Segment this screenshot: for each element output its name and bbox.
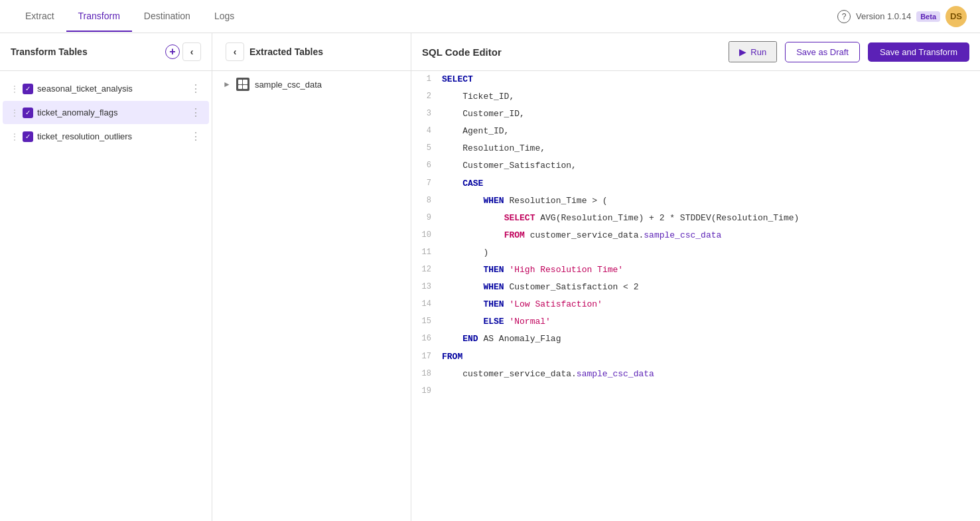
- code-row-17: 17 FROM: [411, 348, 980, 366]
- line-num-11: 11: [411, 244, 439, 261]
- code-row-7: 7 CASE: [411, 175, 980, 192]
- version-info: Version 1.0.14: [856, 11, 911, 21]
- code-line-16: END AS Anomaly_Flag: [439, 331, 980, 348]
- code-row-12: 12 THEN 'High Resolution Time': [411, 261, 980, 279]
- middle-panel: ‹ Extracted Tables ► sample_csc_data: [212, 33, 411, 521]
- code-line-8: WHEN Resolution_Time > (: [439, 192, 980, 210]
- line-num-13: 13: [411, 279, 439, 296]
- line-num-8: 8: [411, 192, 439, 210]
- code-line-3: Customer_ID,: [439, 106, 980, 123]
- sql-editor[interactable]: 1 SELECT 2 Ticket_ID, 3 Customer_ID, 4 A…: [411, 71, 980, 521]
- top-nav: Extract Transform Destination Logs ? Ver…: [0, 0, 980, 33]
- code-row-2: 2 Ticket_ID,: [411, 88, 980, 106]
- code-row-4: 4 Agent_ID,: [411, 123, 980, 140]
- left-panel: Transform Tables + ‹ ⋮ seasonal_ticket_a…: [0, 33, 212, 521]
- code-line-13: WHEN Customer_Satisfaction < 2: [439, 279, 980, 296]
- tab-destination[interactable]: Destination: [132, 1, 202, 32]
- code-line-11: ): [439, 244, 980, 261]
- line-num-12: 12: [411, 261, 439, 279]
- code-line-10: FROM customer_service_data.sample_csc_da…: [439, 227, 980, 244]
- code-row-18: 18 customer_service_data.sample_csc_data: [411, 366, 980, 383]
- list-item-anomaly[interactable]: ⋮ ticket_anomaly_flags ⋮: [3, 101, 209, 124]
- item-label-outliers: ticket_resolution_outliers: [37, 131, 186, 141]
- line-num-4: 4: [411, 123, 439, 140]
- list-item-outliers[interactable]: ⋮ ticket_resolution_outliers ⋮: [3, 125, 209, 148]
- line-num-18: 18: [411, 366, 439, 383]
- transform-tables-list: ⋮ seasonal_ticket_analysis ⋮ ⋮ ticket_an…: [0, 71, 212, 521]
- main-layout: Transform Tables + ‹ ⋮ seasonal_ticket_a…: [0, 33, 980, 521]
- editor-header: SQL Code Editor ▶ Run Save as Draft Save…: [411, 33, 980, 71]
- line-num-15: 15: [411, 313, 439, 331]
- code-line-6: Customer_Satisfaction,: [439, 157, 980, 175]
- checkbox-anomaly[interactable]: [23, 108, 33, 118]
- code-line-4: Agent_ID,: [439, 123, 980, 140]
- line-num-9: 9: [411, 210, 439, 227]
- code-line-2: Ticket_ID,: [439, 88, 980, 106]
- version-text: Version 1.0.14: [856, 11, 911, 21]
- code-row-13: 13 WHEN Customer_Satisfaction < 2: [411, 279, 980, 296]
- chevron-right-icon: ►: [223, 80, 231, 89]
- nav-right: ? Version 1.0.14 Beta DS: [837, 6, 967, 27]
- code-row-8: 8 WHEN Resolution_Time > (: [411, 192, 980, 210]
- code-line-1: SELECT: [439, 71, 980, 88]
- code-row-9: 9 SELECT AVG(Resolution_Time) + 2 * STDD…: [411, 210, 980, 227]
- collapse-middle-button[interactable]: ‹: [226, 42, 244, 61]
- line-num-14: 14: [411, 296, 439, 313]
- run-label: Run: [750, 47, 766, 57]
- line-num-17: 17: [411, 348, 439, 366]
- code-line-5: Resolution_Time,: [439, 140, 980, 157]
- item-label-seasonal: seasonal_ticket_analysis: [37, 84, 186, 94]
- more-icon-outliers[interactable]: ⋮: [190, 130, 201, 143]
- list-item-seasonal[interactable]: ⋮ seasonal_ticket_analysis ⋮: [3, 77, 209, 100]
- code-row-5: 5 Resolution_Time,: [411, 140, 980, 157]
- code-line-14: THEN 'Low Satisfaction': [439, 296, 980, 313]
- run-button[interactable]: ▶ Run: [729, 41, 777, 62]
- extracted-table-item[interactable]: ► sample_csc_data: [212, 71, 411, 98]
- extracted-tables-header: ‹ Extracted Tables: [212, 33, 411, 71]
- drag-handle: ⋮: [11, 84, 19, 94]
- add-table-button[interactable]: +: [165, 44, 180, 59]
- tab-transform[interactable]: Transform: [66, 1, 132, 32]
- tab-logs[interactable]: Logs: [202, 1, 246, 32]
- code-line-12: THEN 'High Resolution Time': [439, 261, 980, 279]
- avatar[interactable]: DS: [945, 6, 967, 27]
- tab-extract[interactable]: Extract: [13, 1, 66, 32]
- line-num-16: 16: [411, 331, 439, 348]
- code-row-19: 19: [411, 383, 980, 399]
- extracted-table-name: sample_csc_data: [255, 80, 322, 90]
- line-num-2: 2: [411, 88, 439, 106]
- code-line-19: [439, 383, 980, 399]
- more-icon-anomaly[interactable]: ⋮: [190, 106, 201, 119]
- code-table: 1 SELECT 2 Ticket_ID, 3 Customer_ID, 4 A…: [411, 71, 980, 399]
- editor-title: SQL Code Editor: [422, 46, 721, 58]
- code-line-9: SELECT AVG(Resolution_Time) + 2 * STDDEV…: [439, 210, 980, 227]
- code-row-3: 3 Customer_ID,: [411, 106, 980, 123]
- collapse-left-button[interactable]: ‹: [182, 42, 201, 61]
- code-row-11: 11 ): [411, 244, 980, 261]
- run-icon: ▶: [739, 46, 746, 57]
- drag-handle-outliers: ⋮: [11, 132, 19, 141]
- code-line-15: ELSE 'Normal': [439, 313, 980, 331]
- code-row-14: 14 THEN 'Low Satisfaction': [411, 296, 980, 313]
- line-num-6: 6: [411, 157, 439, 175]
- save-draft-button[interactable]: Save as Draft: [785, 42, 860, 62]
- line-num-3: 3: [411, 106, 439, 123]
- transform-tables-title: Transform Tables: [11, 46, 88, 57]
- table-icon: [236, 78, 249, 91]
- code-row-1: 1 SELECT: [411, 71, 980, 88]
- beta-badge: Beta: [916, 11, 940, 22]
- code-row-16: 16 END AS Anomaly_Flag: [411, 331, 980, 348]
- line-num-10: 10: [411, 227, 439, 244]
- code-row-10: 10 FROM customer_service_data.sample_csc…: [411, 227, 980, 244]
- more-icon-seasonal[interactable]: ⋮: [190, 82, 201, 95]
- drag-handle-anomaly: ⋮: [11, 108, 19, 117]
- save-transform-button[interactable]: Save and Transform: [868, 42, 969, 62]
- extracted-tables-title: Extracted Tables: [249, 46, 323, 57]
- code-line-7: CASE: [439, 175, 980, 192]
- checkbox-outliers[interactable]: [23, 131, 33, 142]
- transform-tables-header: Transform Tables + ‹: [0, 33, 212, 71]
- item-label-anomaly: ticket_anomaly_flags: [37, 108, 186, 117]
- checkbox-seasonal[interactable]: [23, 84, 33, 94]
- help-icon[interactable]: ?: [837, 10, 851, 23]
- code-line-17: FROM: [439, 348, 980, 366]
